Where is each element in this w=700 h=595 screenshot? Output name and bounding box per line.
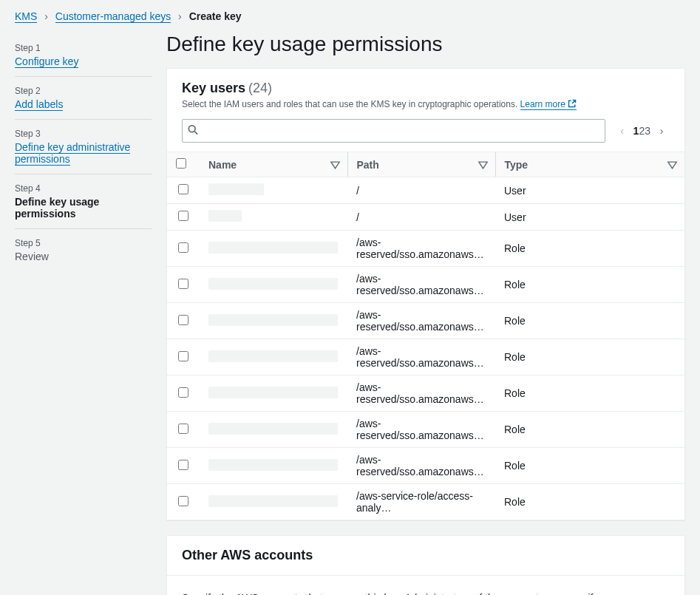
cell-type: Role <box>495 303 684 339</box>
step-label: Step 1 <box>15 43 152 53</box>
cell-path: / <box>347 177 495 204</box>
row-checkbox[interactable] <box>178 279 188 289</box>
step-label: Step 2 <box>15 86 152 96</box>
col-path[interactable]: Path▽ <box>347 152 495 177</box>
cell-type: User <box>495 177 684 204</box>
sort-icon: ▽ <box>667 159 677 170</box>
redacted-name <box>208 242 338 254</box>
redacted-name <box>208 423 338 435</box>
redacted-name <box>208 495 338 507</box>
cell-type: Role <box>495 484 684 520</box>
redacted-name <box>208 183 264 195</box>
breadcrumb: KMS › Customer-managed keys › Create key <box>0 0 700 28</box>
step-link[interactable]: Configure key <box>15 55 78 68</box>
cell-path: /aws-reserved/sso.amazonaws… <box>347 303 495 339</box>
users-table: Name▽ Path▽ Type▽ /User/User/aws-reserve… <box>167 152 684 520</box>
step-label: Step 3 <box>15 129 152 139</box>
breadcrumb-kms[interactable]: KMS <box>15 10 37 23</box>
cell-type: Role <box>495 267 684 303</box>
other-accounts-title: Other AWS accounts <box>167 536 684 576</box>
cell-path: /aws-reserved/sso.amazonaws… <box>347 267 495 303</box>
redacted-name <box>208 210 242 222</box>
redacted-name <box>208 387 338 398</box>
row-checkbox[interactable] <box>178 460 188 470</box>
sort-icon: ▽ <box>478 159 487 170</box>
learn-more-link[interactable]: Learn more <box>520 99 577 110</box>
cell-type: User <box>495 204 684 231</box>
cell-type: Role <box>495 448 684 484</box>
row-checkbox[interactable] <box>178 242 188 253</box>
cell-path: /aws-service-role/access-analy… <box>347 484 495 520</box>
redacted-name <box>208 459 338 471</box>
cell-type: Role <box>495 231 684 267</box>
redacted-name <box>208 350 338 362</box>
step-label: Step 5 <box>15 238 152 248</box>
row-checkbox[interactable] <box>178 184 188 194</box>
step-title: Define key usage permissions <box>15 196 152 220</box>
breadcrumb-cmk[interactable]: Customer-managed keys <box>55 10 171 23</box>
select-all-checkbox[interactable] <box>176 158 186 169</box>
chevron-right-icon: › <box>44 10 48 22</box>
row-checkbox[interactable] <box>178 387 188 398</box>
row-checkbox[interactable] <box>178 496 188 506</box>
cell-path: /aws-reserved/sso.amazonaws… <box>347 375 495 412</box>
table-row: /aws-reserved/sso.amazonaws…Role <box>167 448 684 484</box>
key-users-title: Key users <box>182 81 245 95</box>
search-icon <box>188 125 198 137</box>
row-checkbox[interactable] <box>178 424 188 434</box>
page-number[interactable]: 3 <box>645 125 650 137</box>
cell-path: /aws-reserved/sso.amazonaws… <box>347 412 495 448</box>
breadcrumb-current: Create key <box>189 10 242 22</box>
wizard-steps: Step 1Configure keyStep 2Add labelsStep … <box>15 28 166 595</box>
row-checkbox[interactable] <box>178 211 188 221</box>
svg-line-1 <box>194 132 197 135</box>
table-row: /User <box>167 177 684 204</box>
svg-point-0 <box>188 126 195 132</box>
key-users-count: (24) <box>248 81 272 95</box>
table-row: /aws-reserved/sso.amazonaws…Role <box>167 339 684 375</box>
row-checkbox[interactable] <box>178 351 188 361</box>
key-users-panel: Key users (24) Select the IAM users and … <box>166 68 685 520</box>
table-row: /aws-service-role/access-analy…Role <box>167 484 684 520</box>
page-title: Define key usage permissions <box>166 33 685 56</box>
table-row: /aws-reserved/sso.amazonaws…Role <box>167 375 684 412</box>
cell-type: Role <box>495 412 684 448</box>
step-link[interactable]: Define key administrative permissions <box>15 141 130 166</box>
pagination: ‹ 123 › <box>614 125 670 137</box>
cell-type: Role <box>495 339 684 375</box>
cell-path: /aws-reserved/sso.amazonaws… <box>347 231 495 267</box>
step-title: Review <box>15 251 152 262</box>
col-type[interactable]: Type▽ <box>495 152 684 177</box>
cell-path: / <box>347 204 495 231</box>
step-label: Step 4 <box>15 183 152 194</box>
cell-path: /aws-reserved/sso.amazonaws… <box>347 448 495 484</box>
table-row: /aws-reserved/sso.amazonaws…Role <box>167 231 684 267</box>
table-row: /aws-reserved/sso.amazonaws…Role <box>167 267 684 303</box>
redacted-name <box>208 314 338 326</box>
chevron-right-icon: › <box>178 10 182 22</box>
redacted-name <box>208 278 338 290</box>
table-row: /aws-reserved/sso.amazonaws…Role <box>167 303 684 339</box>
col-name[interactable]: Name▽ <box>200 152 347 177</box>
page-next[interactable]: › <box>653 125 670 137</box>
page-prev: ‹ <box>614 125 631 137</box>
external-link-icon <box>568 99 577 110</box>
table-row: /User <box>167 204 684 231</box>
other-accounts-desc: Specify the AWS accounts that can use th… <box>182 591 670 595</box>
search-input[interactable] <box>182 119 605 143</box>
cell-type: Role <box>495 375 684 412</box>
sort-icon: ▽ <box>330 159 339 170</box>
step-link[interactable]: Add labels <box>15 98 63 111</box>
table-row: /aws-reserved/sso.amazonaws…Role <box>167 412 684 448</box>
cell-path: /aws-reserved/sso.amazonaws… <box>347 339 495 375</box>
other-accounts-panel: Other AWS accounts Specify the AWS accou… <box>166 535 685 595</box>
row-checkbox[interactable] <box>178 315 188 325</box>
key-users-desc: Select the IAM users and roles that can … <box>182 99 670 110</box>
